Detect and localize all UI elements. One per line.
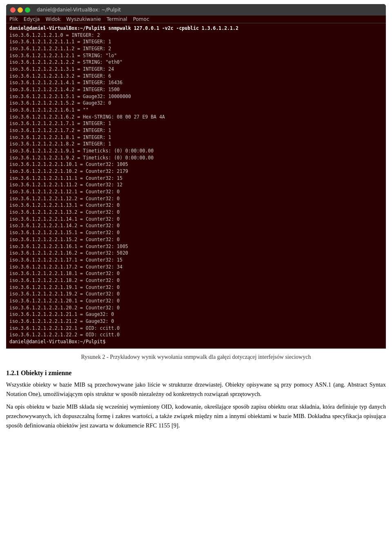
terminal-output-line: iso.3.6.1.2.1.2.2.1.3.2 = INTEGER: 6 <box>9 73 383 80</box>
terminal-output-line: iso.3.6.1.2.1.2.2.1.9.1 = Timeticks: (0)… <box>9 148 383 154</box>
terminal-output-line: iso.3.6.1.2.1.2.2.1.21.2 = Gauge32: 0 <box>9 318 383 325</box>
menu-widok[interactable]: Widok <box>45 16 60 22</box>
terminal-output-line: iso.3.6.1.2.1.2.2.1.14.2 = Counter32: 0 <box>9 222 383 229</box>
terminal-prompt-end: daniel@daniel-VirtualBox:~/Pulpit$ <box>9 338 383 345</box>
terminal-output-line: iso.3.6.1.2.1.2.2.1.20.2 = Counter32: 0 <box>9 304 383 311</box>
body-text-container: Wszystkie obiekty w bazie MIB są przecho… <box>0 380 392 431</box>
terminal-output-line: iso.3.6.1.2.1.2.2.1.11.2 = Counter32: 12 <box>9 181 383 188</box>
terminal-output-line: iso.3.6.1.2.1.2.2.1.1.1 = INTEGER: 1 <box>9 38 383 45</box>
terminal-output-line: iso.3.6.1.2.1.2.2.1.12.1 = Counter32: 0 <box>9 188 383 195</box>
terminal-output-line: iso.3.6.1.2.1.2.2.1.15.1 = Counter32: 0 <box>9 229 383 236</box>
terminal-output-line: iso.3.6.1.2.1.2.2.1.1.2 = INTEGER: 2 <box>9 45 383 52</box>
terminal-menubar: Plik Edycja Widok Wyszukiwanie Terminal … <box>6 16 386 23</box>
maximize-button[interactable] <box>25 7 30 13</box>
terminal-output-line: iso.3.6.1.2.1.2.2.1.2.2 = STRING: "eth0" <box>9 59 383 66</box>
terminal-output-line: iso.3.6.1.2.1.2.2.1.11.1 = Counter32: 15 <box>9 175 383 182</box>
terminal-output-line: iso.3.6.1.2.1.2.2.1.8.2 = INTEGER: 1 <box>9 141 383 148</box>
terminal-output-line: iso.3.6.1.2.1.2.2.1.10.1 = Counter32: 10… <box>9 161 383 168</box>
terminal-output-line: iso.3.6.1.2.1.2.2.1.16.1 = Counter32: 10… <box>9 243 383 250</box>
terminal-output-line: iso.3.6.1.2.1.2.2.1.10.2 = Counter32: 21… <box>9 168 383 175</box>
terminal-output-line: iso.3.6.1.2.1.2.2.1.5.2 = Gauge32: 0 <box>9 100 383 107</box>
terminal-output-line: iso.3.6.1.2.1.2.2.1.14.1 = Counter32: 0 <box>9 216 383 223</box>
terminal-output-line: iso.3.6.1.2.1.2.2.1.17.2 = Counter32: 34 <box>9 264 383 271</box>
menu-plik[interactable]: Plik <box>9 16 18 22</box>
terminal-output-line: iso.3.6.1.2.1.2.2.1.6.1 = "" <box>9 107 383 114</box>
terminal-output-line: iso.3.6.1.2.1.2.2.1.18.2 = Counter32: 0 <box>9 277 383 284</box>
minimize-button[interactable] <box>18 7 23 13</box>
terminal-output-line: iso.3.6.1.2.1.2.2.1.17.1 = Counter32: 15 <box>9 257 383 264</box>
terminal-output-line: iso.3.6.1.2.1.2.2.1.22.1 = OID: ccitt.0 <box>9 325 383 332</box>
terminal-output-line: iso.3.6.1.2.1.2.2.1.13.1 = Counter32: 0 <box>9 202 383 209</box>
terminal-output-line: iso.3.6.1.2.1.2.1.0 = INTEGER: 2 <box>9 32 383 39</box>
terminal-output-line: iso.3.6.1.2.1.2.2.1.22.2 = OID: ccitt.0 <box>9 331 383 338</box>
terminal-output-line: iso.3.6.1.2.1.2.2.1.15.2 = Counter32: 0 <box>9 236 383 243</box>
terminal-body: daniel@daniel-VirtualBox:~/Pulpit$ snmpw… <box>6 23 386 349</box>
menu-terminal[interactable]: Terminal <box>107 16 127 22</box>
close-button[interactable] <box>10 7 16 13</box>
terminal-window: daniel@daniel-VirtualBox: ~/Pulpit Plik … <box>6 4 386 349</box>
terminal-output-line: iso.3.6.1.2.1.2.2.1.8.1 = INTEGER: 1 <box>9 134 383 141</box>
terminal-output-line: iso.3.6.1.2.1.2.2.1.13.2 = Counter32: 0 <box>9 209 383 216</box>
figure-caption: Rysunek 2 - Przykładowy wynik wywołania … <box>6 353 386 361</box>
body-paragraph-2: Na opis obiektu w bazie MIB składa się w… <box>6 402 386 431</box>
section-heading: 1.2.1 Obiekty i zmienne <box>6 369 386 377</box>
terminal-output-line: iso.3.6.1.2.1.2.2.1.4.2 = INTEGER: 1500 <box>9 86 383 93</box>
terminal-output-line: iso.3.6.1.2.1.2.2.1.4.1 = INTEGER: 16436 <box>9 79 383 86</box>
terminal-output-line: iso.3.6.1.2.1.2.2.1.18.1 = Counter32: 0 <box>9 270 383 277</box>
terminal-output-line: iso.3.6.1.2.1.2.2.1.2.1 = STRING: "lo" <box>9 52 383 59</box>
terminal-output-line: iso.3.6.1.2.1.2.2.1.7.2 = INTEGER: 1 <box>9 127 383 134</box>
terminal-output-line: iso.3.6.1.2.1.2.2.1.3.1 = INTEGER: 24 <box>9 66 383 73</box>
terminal-output-line: iso.3.6.1.2.1.2.2.1.5.1 = Gauge32: 10000… <box>9 93 383 100</box>
terminal-output-line: iso.3.6.1.2.1.2.2.1.19.1 = Counter32: 0 <box>9 284 383 291</box>
terminal-output-line: iso.3.6.1.2.1.2.2.1.9.2 = Timeticks: (0)… <box>9 154 383 161</box>
terminal-output-line: iso.3.6.1.2.1.2.2.1.6.2 = Hex-STRING: 08… <box>9 114 383 121</box>
body-paragraph-1: Wszystkie obiekty w bazie MIB są przecho… <box>6 380 386 399</box>
terminal-output-line: iso.3.6.1.2.1.2.2.1.20.1 = Counter32: 0 <box>9 298 383 304</box>
terminal-output: iso.3.6.1.2.1.2.1.0 = INTEGER: 2iso.3.6.… <box>9 32 383 338</box>
terminal-output-line: iso.3.6.1.2.1.2.2.1.21.1 = Gauge32: 0 <box>9 311 383 318</box>
menu-pomoc[interactable]: Pomoc <box>133 16 149 22</box>
titlebar-buttons <box>10 7 30 13</box>
menu-edycja[interactable]: Edycja <box>24 16 40 22</box>
terminal-output-line: iso.3.6.1.2.1.2.2.1.12.2 = Counter32: 0 <box>9 195 383 202</box>
terminal-output-line: iso.3.6.1.2.1.2.2.1.7.1 = INTEGER: 1 <box>9 120 383 127</box>
terminal-titlebar: daniel@daniel-VirtualBox: ~/Pulpit <box>6 4 386 16</box>
window-title: daniel@daniel-VirtualBox: ~/Pulpit <box>37 7 121 13</box>
command-line: daniel@daniel-VirtualBox:~/Pulpit$ snmpw… <box>9 25 383 32</box>
terminal-output-line: iso.3.6.1.2.1.2.2.1.16.2 = Counter32: 50… <box>9 250 383 257</box>
terminal-output-line: iso.3.6.1.2.1.2.2.1.19.2 = Counter32: 0 <box>9 291 383 298</box>
menu-wyszukiwanie[interactable]: Wyszukiwanie <box>66 16 101 22</box>
